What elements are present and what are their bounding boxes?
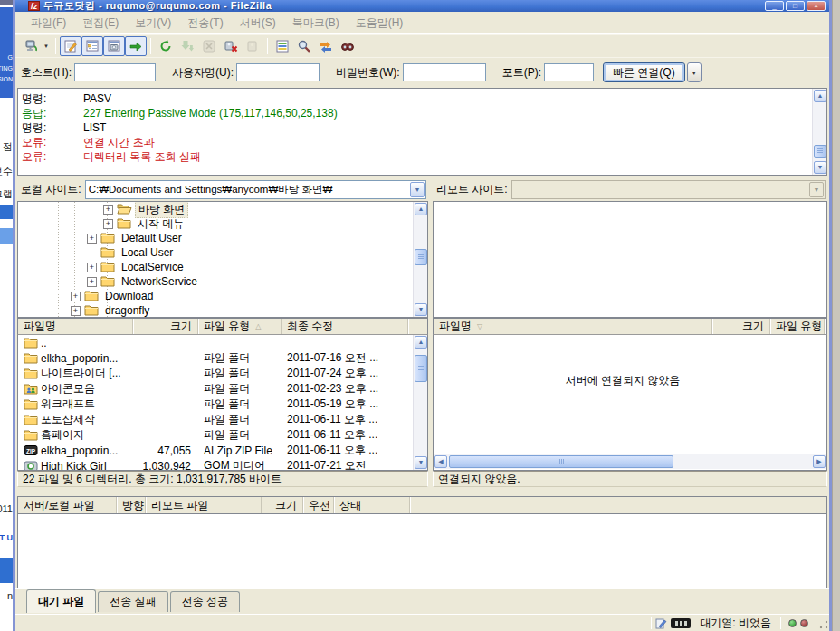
column-header-0[interactable]: 파일명▽ [434, 319, 712, 334]
tree-expander-icon[interactable]: + [87, 263, 97, 272]
folder-icon [84, 304, 100, 317]
close-button[interactable]: × [807, 1, 826, 11]
title-bar[interactable]: fz 두규모닷컴 - ruqumo@ruqumo.com - FileZilla… [15, 0, 829, 12]
column-header-3[interactable]: 크기 [262, 497, 303, 513]
chevron-down-icon[interactable]: ▼ [410, 182, 425, 197]
tree-expander-icon[interactable]: + [87, 277, 97, 287]
menu-item-5[interactable]: 북마크(B) [284, 13, 348, 33]
column-header-0[interactable]: 서버/로컬 파일 [18, 497, 117, 513]
menu-item-0[interactable]: 파일(F) [23, 13, 74, 33]
log-panel-icon [63, 39, 78, 53]
background-right-strip [832, 0, 840, 631]
tree-expander-icon[interactable]: + [103, 205, 113, 215]
menu-item-4[interactable]: 서버(S) [232, 13, 284, 33]
scroll-up-icon[interactable]: ▲ [415, 203, 427, 215]
column-header-1[interactable]: 크기 [712, 319, 770, 334]
local-site-combo[interactable]: C:₩Documents and Settings₩anycom₩바탕 화면₩ … [85, 180, 426, 199]
tree-item-LocalService[interactable]: +LocalService [18, 260, 413, 274]
file-row-홈페이지[interactable]: 홈페이지파일 폴더2011-06-11 오후 ... [18, 427, 413, 443]
maximize-button[interactable]: □ [786, 1, 805, 11]
column-header-5[interactable]: 상태 [334, 497, 410, 513]
site-manager-button[interactable] [21, 36, 43, 56]
file-row-아이콘모음[interactable]: 아이콘모음파일 폴더2011-02-23 오후 ... [18, 381, 413, 397]
minimize-button[interactable]: _ [765, 1, 784, 11]
scrollbar-thumb[interactable] [415, 355, 427, 382]
local-tree-scrollbar[interactable]: ▲ ▼ [413, 202, 427, 317]
remote-not-connected-message: 서버에 연결되지 않았음 [434, 373, 812, 388]
tree-item-Download[interactable]: +Download [18, 289, 413, 303]
quickconnect-dropdown-button[interactable]: ▼ [687, 62, 702, 82]
toolbar-dropdown-caret-icon[interactable]: ▼ [43, 43, 52, 49]
resize-grip[interactable] [817, 619, 829, 631]
scroll-up-icon[interactable]: ▲ [814, 90, 826, 102]
log-scrollbar[interactable]: ▲ ▼ [812, 89, 826, 175]
host-input[interactable] [74, 63, 156, 81]
remote-horizontal-scrollbar[interactable]: ◀ ▶ [434, 454, 826, 469]
column-header-2[interactable]: 리모트 파일 [146, 497, 262, 513]
queue-tab-0[interactable]: 대기 파일 [26, 589, 96, 613]
file-row-..[interactable]: .. [18, 335, 413, 350]
disconnect-button[interactable] [220, 36, 242, 56]
file-row-포토샵제작[interactable]: 포토샵제작파일 폴더2011-06-11 오후 ... [18, 412, 413, 427]
queue-tab-2[interactable]: 전송 성공 [170, 591, 240, 612]
local-list-scrollbar[interactable]: ▲ ▼ [413, 335, 427, 470]
tree-item-Default-User[interactable]: +Default User [18, 231, 413, 245]
toggle-local-tree-button[interactable] [81, 36, 103, 56]
password-input[interactable] [403, 63, 486, 81]
file-row-elkha_poporin...[interactable]: ZIPelkha_poporin...47,055ALZip ZIP File2… [18, 443, 413, 458]
file-row-나이트라이더-...[interactable]: 나이트라이더 [...파일 폴더2011-07-24 오후 ... [18, 366, 413, 381]
column-header-3[interactable]: 최종 수정 [282, 319, 408, 334]
toggle-remote-tree-button[interactable] [103, 36, 125, 56]
process-queue-button[interactable] [177, 36, 198, 56]
menu-item-6[interactable]: 도움말(H) [348, 13, 412, 33]
cancel-button[interactable] [198, 36, 220, 56]
column-header-0[interactable]: 파일명 [18, 319, 133, 334]
port-input[interactable] [544, 63, 594, 81]
toggle-message-log-button[interactable] [60, 36, 81, 56]
tree-item-Local-User[interactable]: Local User [18, 245, 413, 260]
column-header-2[interactable]: 파일 유형△ [198, 319, 282, 334]
file-row-elkha_poporin...[interactable]: elkha_poporin...파일 폴더2011-07-16 오전 ... [18, 350, 413, 366]
tree-item-바탕-화면[interactable]: +바탕 화면 [18, 202, 413, 216]
compare-button[interactable] [293, 36, 315, 56]
file-modified: 2011-07-24 오후 ... [282, 366, 408, 381]
folder-icon [24, 398, 39, 411]
folder-icon [24, 352, 39, 365]
tree-item-dragonfly[interactable]: +dragonfly [18, 303, 413, 317]
find-button[interactable] [337, 36, 358, 56]
menu-item-3[interactable]: 전송(T) [179, 13, 231, 33]
tree-item-label: dragonfly [102, 304, 152, 317]
scroll-down-icon[interactable]: ▼ [814, 161, 826, 174]
scroll-down-icon[interactable]: ▼ [415, 456, 427, 469]
column-header-4[interactable]: 우선 ... [303, 497, 334, 513]
tree-expander-icon[interactable]: + [87, 234, 97, 244]
scroll-down-icon[interactable]: ▼ [415, 303, 427, 316]
menu-item-2[interactable]: 보기(V) [127, 13, 179, 33]
filter-button[interactable] [272, 36, 293, 56]
column-header-2[interactable]: 파일 유형 [770, 319, 825, 334]
tree-expander-icon[interactable]: + [71, 306, 81, 316]
queue-tab-1[interactable]: 전송 실패 [98, 591, 167, 612]
toggle-queue-button[interactable] [125, 36, 147, 56]
scroll-up-icon[interactable]: ▲ [415, 336, 427, 349]
tree-item-NetworkService[interactable]: +NetworkService [18, 274, 413, 289]
tree-expander-icon[interactable]: + [71, 292, 81, 301]
scrollbar-thumb[interactable] [415, 249, 427, 265]
refresh-button[interactable] [155, 36, 177, 56]
scroll-left-icon[interactable]: ◀ [434, 455, 447, 468]
scrollbar-thumb[interactable] [814, 145, 826, 158]
column-header-1[interactable]: 방향 [117, 497, 146, 513]
file-row-워크래프트[interactable]: 워크래프트파일 폴더2011-05-19 오후 ... [18, 397, 413, 412]
scrollbar-thumb[interactable] [449, 455, 673, 468]
tree-item-시작-메뉴[interactable]: +시작 메뉴 [18, 216, 413, 231]
reconnect-button[interactable] [242, 36, 263, 56]
file-row-High-Kick-Girl[interactable]: High Kick Girl1,030,942GOM 미디어2011-07-21… [18, 458, 413, 470]
tree-expander-icon[interactable]: + [103, 219, 113, 229]
scroll-right-icon[interactable]: ▶ [813, 455, 826, 468]
quickconnect-button[interactable]: 빠른 연결(Q) [603, 62, 685, 82]
username-input[interactable] [236, 63, 320, 81]
sync-browsing-button[interactable] [315, 36, 337, 56]
folder-icon [100, 275, 116, 288]
menu-item-1[interactable]: 편집(E) [74, 13, 127, 33]
column-header-1[interactable]: 크기 [133, 319, 198, 334]
